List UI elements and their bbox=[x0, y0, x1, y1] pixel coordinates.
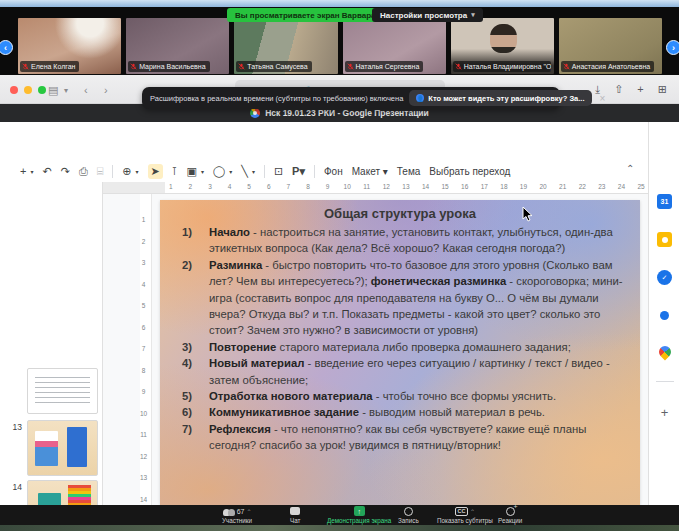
ruler-mark: 4 bbox=[220, 183, 240, 190]
next-participants-button[interactable]: › bbox=[666, 40, 679, 55]
reactions-label: Реакции bbox=[498, 517, 522, 524]
current-slide[interactable]: Общая структура урока 1)Начало - настрои… bbox=[160, 200, 640, 505]
list-item-number: 7) bbox=[182, 421, 209, 454]
mic-muted-icon bbox=[563, 63, 570, 70]
redo-icon[interactable]: ↷ bbox=[61, 165, 70, 178]
ruler-mark: 15 bbox=[435, 183, 455, 190]
layout-button[interactable]: Макет ▾ bbox=[352, 166, 388, 177]
ruler-mark: 1 bbox=[140, 216, 147, 238]
window-minimize-button[interactable] bbox=[24, 86, 32, 94]
image-caret-icon[interactable]: ▾ bbox=[201, 168, 204, 175]
participant-tile[interactable]: Наталья Владимировна "Оди... bbox=[451, 18, 554, 74]
background-button[interactable]: Фон bbox=[324, 166, 343, 177]
ruler-mark: 3 bbox=[200, 183, 220, 190]
participants-icon bbox=[223, 507, 235, 516]
filmstrip-slide[interactable]: 13 bbox=[0, 420, 103, 476]
calendar-icon[interactable]: 31 bbox=[657, 194, 672, 209]
new-tab-icon[interactable]: + bbox=[637, 83, 643, 96]
participants-button[interactable]: 67 ⌃ Участники bbox=[222, 506, 252, 524]
new-slide-caret-icon[interactable]: ▾ bbox=[30, 168, 33, 175]
print-icon[interactable]: ⎙ bbox=[79, 165, 88, 178]
list-item-number: 6) bbox=[182, 404, 209, 420]
new-slide-button[interactable]: + bbox=[20, 165, 26, 178]
participant-name: Елена Колган bbox=[20, 61, 79, 72]
list-item-text: Повторение старого материала либо провер… bbox=[209, 339, 571, 355]
zoom-caret-icon[interactable]: ▾ bbox=[136, 168, 139, 175]
mic-muted-icon bbox=[455, 63, 462, 70]
filmstrip-slide[interactable]: 14 bbox=[0, 480, 103, 505]
participant-tile[interactable]: Марина Васильевна bbox=[126, 18, 229, 74]
ruler-mark: 24 bbox=[612, 183, 632, 190]
line-caret-icon[interactable]: ▾ bbox=[252, 168, 255, 175]
view-settings-button[interactable]: Настройки просмотра ▾ bbox=[372, 8, 483, 22]
window-zoom-button[interactable] bbox=[38, 86, 46, 94]
chevron-up-icon[interactable]: ⌃ bbox=[246, 508, 251, 515]
slide-thumbnail[interactable] bbox=[27, 420, 98, 476]
insert-shape-icon[interactable]: ◯ bbox=[213, 165, 225, 178]
chevron-down-icon[interactable]: ▾ bbox=[64, 84, 68, 98]
insert-image-icon[interactable]: ▣ bbox=[187, 165, 197, 178]
tabs-overview-icon[interactable]: ⊞ bbox=[658, 83, 667, 96]
window-close-button[interactable] bbox=[10, 86, 18, 94]
meeting-controls-bar: 67 ⌃ Участники Чат ↑ Демонстрация экрана… bbox=[0, 505, 679, 525]
ruler-mark: 14 bbox=[140, 496, 147, 506]
tasks-icon[interactable]: ✓ bbox=[657, 270, 672, 285]
screen-share-label: Демонстрация экрана bbox=[327, 517, 391, 524]
vertical-ruler: 1234567891011121314 bbox=[140, 194, 152, 505]
horizontal-ruler: 1234567891011121314151617181920212223242… bbox=[103, 182, 648, 194]
previous-participants-button[interactable]: ‹ bbox=[0, 40, 13, 55]
slide-thumbnail[interactable] bbox=[27, 480, 98, 505]
slide-list-item: 6)Коммуникативное задание - выводим новы… bbox=[182, 404, 630, 420]
slide-list-item: 5)Отработка нового материала - чтобы точ… bbox=[182, 388, 630, 404]
ruler-mark: 13 bbox=[396, 183, 416, 190]
keep-icon[interactable] bbox=[657, 232, 672, 247]
insert-line-icon[interactable]: ╲ bbox=[241, 165, 248, 178]
participant-tile[interactable]: Наталья Сергеевна bbox=[343, 18, 446, 74]
participant-tile[interactable]: Елена Колган bbox=[18, 18, 121, 74]
zoom-icon[interactable]: ⊕ bbox=[122, 165, 131, 178]
get-addons-icon[interactable]: + bbox=[661, 405, 669, 420]
forward-icon[interactable]: › bbox=[104, 83, 108, 97]
theme-button[interactable]: Тема bbox=[397, 166, 421, 177]
list-item-number: 5) bbox=[182, 388, 209, 404]
shape-caret-icon[interactable]: ▾ bbox=[229, 168, 232, 175]
participant-tile[interactable]: Анастасия Анатольевна bbox=[559, 18, 662, 74]
collapse-toolbar-icon[interactable]: ⌃ bbox=[626, 163, 634, 174]
transition-button[interactable]: Выбрать переход bbox=[429, 166, 510, 177]
participant-name: Анастасия Анатольевна bbox=[561, 61, 654, 72]
undo-icon[interactable]: ↶ bbox=[42, 165, 51, 178]
side-panel-rail: 31 ✓ + bbox=[648, 122, 679, 505]
reactions-button[interactable]: Реакции bbox=[498, 506, 522, 524]
participant-tile[interactable]: Татьяна Самусева bbox=[234, 18, 337, 74]
ruler-mark: 23 bbox=[592, 183, 612, 190]
screen-share-button[interactable]: ↑ Демонстрация экрана bbox=[327, 506, 391, 524]
close-icon[interactable]: × bbox=[600, 93, 606, 104]
list-item-text: Коммуникативное задание - выводим новый … bbox=[209, 404, 545, 420]
screen: Вы просматриваете экран Варвара Леонтьев… bbox=[0, 0, 679, 531]
captions-button[interactable]: CC ⌃ Показать субтитры bbox=[437, 506, 493, 524]
ruler-mark: 10 bbox=[337, 183, 357, 190]
active-tab-title[interactable]: Нск 19.01.23 РКИ - Google Презентации bbox=[265, 108, 429, 118]
back-icon[interactable]: ‹ bbox=[84, 83, 88, 97]
chevron-up-icon[interactable]: ⌃ bbox=[470, 508, 475, 515]
sidebar-icon[interactable]: ▤ bbox=[48, 83, 58, 97]
text-box-icon[interactable]: ⊺ bbox=[172, 165, 178, 178]
rail-divider bbox=[656, 381, 674, 382]
ruler-mark: 4 bbox=[140, 281, 147, 303]
filmstrip-slide[interactable] bbox=[0, 368, 103, 414]
slide-thumbnail[interactable] bbox=[27, 368, 98, 414]
share-icon[interactable]: ⇧ bbox=[614, 83, 623, 96]
video-strip: Вы просматриваете экран Варвара Леонтьев… bbox=[0, 7, 679, 75]
select-cursor-icon[interactable]: ➤ bbox=[148, 164, 163, 179]
desktop-edge-bottom bbox=[0, 525, 679, 531]
screen-share-icon: ↑ bbox=[354, 506, 365, 516]
chat-button[interactable]: Чат bbox=[290, 506, 300, 524]
transcription-question-button[interactable]: 👤 Кто может видеть эту расшифровку? За..… bbox=[409, 90, 591, 106]
contacts-icon[interactable] bbox=[657, 308, 672, 323]
record-button[interactable]: Запись bbox=[398, 506, 419, 524]
paint-format-icon[interactable]: ⌸ bbox=[97, 165, 104, 178]
insert-comment-icon[interactable]: ⊡ bbox=[274, 165, 283, 178]
pv-tool-icon[interactable]: P▾ bbox=[292, 165, 305, 178]
ruler-mark: 22 bbox=[572, 183, 592, 190]
maps-icon[interactable] bbox=[656, 344, 673, 361]
